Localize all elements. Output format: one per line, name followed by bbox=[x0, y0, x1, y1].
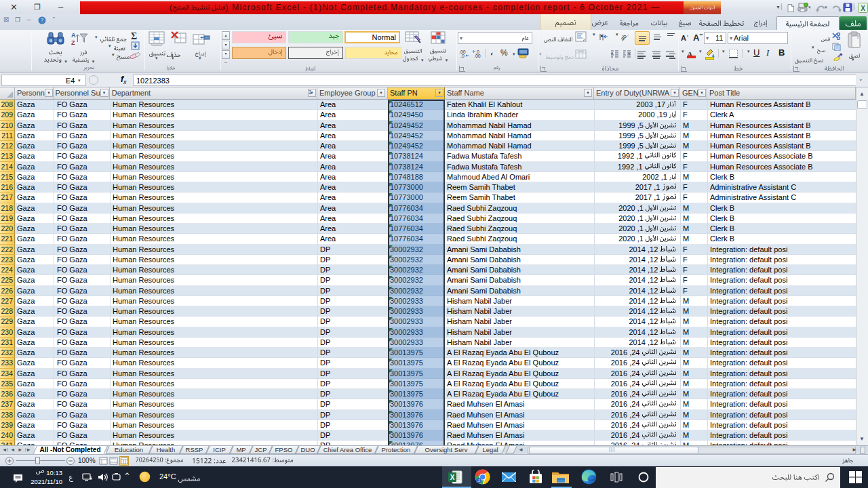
svg-text:.0: .0 bbox=[460, 54, 465, 58]
svg-text:X: X bbox=[450, 474, 455, 481]
svg-text:J: J bbox=[478, 479, 480, 483]
svg-text:.00: .00 bbox=[474, 54, 481, 58]
svg-text:¶: ¶ bbox=[601, 33, 604, 41]
svg-text:Z: Z bbox=[71, 39, 75, 45]
svg-text:A: A bbox=[71, 32, 76, 39]
svg-text:X: X bbox=[861, 5, 865, 12]
svg-text:ab: ab bbox=[620, 33, 628, 42]
svg-text:?: ? bbox=[41, 18, 43, 24]
